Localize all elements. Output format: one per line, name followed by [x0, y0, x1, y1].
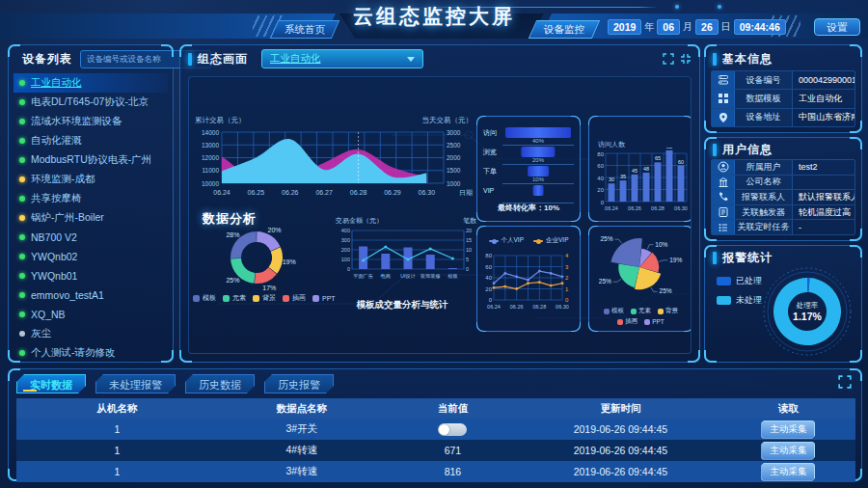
- collect-button[interactable]: 主动采集: [761, 463, 815, 481]
- svg-text:60: 60: [678, 159, 684, 165]
- trend-left-axis-label: 累计交易（元）: [195, 116, 246, 125]
- legend-item[interactable]: 背景: [253, 293, 276, 303]
- device-list-item[interactable]: YWQnb02: [14, 247, 168, 266]
- bottom-tab[interactable]: 历史数据: [185, 374, 255, 393]
- bottom-tab[interactable]: 历史报警: [264, 374, 334, 393]
- current-value-text: 816: [445, 466, 462, 477]
- device-list-item[interactable]: 灰尘: [14, 324, 168, 343]
- cell-current-value: [386, 419, 520, 440]
- header-slave-name: 从机名称: [16, 398, 218, 419]
- bottom-tab[interactable]: 实时数据: [16, 374, 86, 393]
- device-list: 工业自动化 电表DL/T645-07协议-北京 流域水环境监测设备 自动化灌溉: [9, 72, 173, 364]
- legend-item[interactable]: 背景: [658, 307, 678, 315]
- bottom-data-panel: 实时数据 未处理报警 历史数据 历史报警 从机名称 数据点名称 当前值 更新时间…: [8, 368, 862, 481]
- svg-text:40: 40: [485, 275, 492, 281]
- bottom-tab[interactable]: 未处理报警: [95, 374, 176, 393]
- legend-item[interactable]: 元素: [631, 307, 651, 315]
- trade-trend-chart: 累计交易（元） 当天交易（元） 100001100012000130001400…: [193, 116, 475, 212]
- device-list-item[interactable]: 环境监测-成都: [14, 170, 168, 189]
- settings-button[interactable]: 设置: [814, 18, 860, 36]
- info-label: 设备编号: [735, 71, 793, 89]
- svg-text:0: 0: [466, 266, 469, 272]
- table-header-row: 从机名称 数据点名称 当前值 更新时间 读取: [16, 398, 855, 419]
- legend-item[interactable]: 个人VIP: [489, 236, 524, 245]
- vip-lines-plot: 0204060800123406.2406.2606.2806.30: [479, 248, 580, 327]
- device-list-item[interactable]: 流域水环境监测设备: [14, 112, 168, 131]
- svg-text:200: 200: [341, 247, 350, 253]
- info-row: 公司名称: [712, 175, 854, 190]
- month-field[interactable]: 06: [657, 19, 680, 35]
- fullscreen-icon[interactable]: [838, 375, 852, 389]
- svg-text:UI设计: UI设计: [400, 273, 416, 279]
- info-row: 报警联系人 默认报警联系人: [712, 189, 854, 204]
- panel-accent-bar: [713, 252, 717, 264]
- legend-item[interactable]: PPT: [644, 317, 665, 326]
- tab-device-monitor[interactable]: 设备监控: [529, 20, 600, 39]
- device-list-item[interactable]: YWQnb01: [14, 266, 168, 285]
- header-point-name: 数据点名称: [218, 398, 386, 419]
- tab-system-home[interactable]: 系统首页: [270, 20, 339, 39]
- basic-info-title: 基本信息: [722, 51, 773, 68]
- day-field[interactable]: 26: [695, 19, 719, 35]
- alarm-legend-item[interactable]: 已处理: [717, 275, 762, 287]
- device-list-item[interactable]: XQ_NB: [14, 305, 168, 324]
- legend-item[interactable]: 插画: [283, 293, 306, 303]
- screen-select-dropdown[interactable]: 工业自动化: [261, 49, 423, 68]
- device-label: 共享按摩椅: [31, 192, 82, 205]
- legend-item[interactable]: 元素: [223, 293, 246, 303]
- svg-text:30: 30: [609, 176, 614, 182]
- svg-text:模板: 模板: [448, 273, 457, 279]
- device-list-item[interactable]: 自动化灌溉: [14, 131, 168, 150]
- time-field[interactable]: 09:44:46: [734, 19, 786, 35]
- legend-item[interactable]: 模板: [604, 307, 624, 315]
- svg-text:20: 20: [485, 286, 492, 292]
- device-list-item[interactable]: 锅炉-广州-Boiler: [14, 208, 168, 228]
- year-field[interactable]: 2019: [608, 19, 641, 35]
- svg-text:60: 60: [597, 163, 604, 169]
- device-status-dot: [19, 138, 25, 144]
- trade-trend-plot: 1000011000120001300014000100015002000250…: [193, 127, 475, 208]
- alarm-legend-item[interactable]: 未处理: [717, 294, 762, 307]
- svg-text:19%: 19%: [669, 257, 682, 263]
- collect-button[interactable]: 主动采集: [761, 420, 815, 439]
- cell-slave-name: 1: [16, 461, 218, 482]
- cell-point-name: 3#转速: [218, 461, 386, 482]
- funnel-caption: 最终转化率：10%: [477, 203, 580, 213]
- svg-text:06.24: 06.24: [605, 205, 618, 211]
- legend-item[interactable]: 插画: [617, 317, 637, 326]
- exit-fullscreen-icon[interactable]: [680, 53, 692, 65]
- legend-item[interactable]: 企业VIP: [533, 236, 568, 245]
- cell-update-time: 2019-06-26 09:44:45: [520, 419, 721, 440]
- svg-text:12000: 12000: [202, 154, 219, 161]
- device-list-item[interactable]: ModbusRTU协议电表-广州: [14, 150, 168, 170]
- svg-text:80: 80: [485, 253, 492, 258]
- device-list-item[interactable]: emmovo_testA1: [14, 285, 168, 305]
- fullscreen-icon[interactable]: [663, 53, 674, 65]
- svg-text:10%: 10%: [655, 241, 667, 248]
- svg-text:400: 400: [341, 228, 350, 233]
- funnel-row: 下单10%: [483, 165, 574, 184]
- svg-text:25%: 25%: [226, 277, 239, 284]
- svg-text:日期: 日期: [459, 189, 473, 197]
- panel-accent-bar: [713, 144, 717, 156]
- toggle-switch[interactable]: [438, 423, 467, 436]
- svg-text:25%: 25%: [660, 287, 672, 294]
- svg-text:06.30: 06.30: [419, 189, 436, 196]
- device-status-dot: [19, 99, 25, 105]
- device-label: 电表DL/T645-07协议-北京: [31, 95, 149, 109]
- cell-read-action: 主动采集: [721, 440, 855, 461]
- header-read: 读取: [721, 398, 855, 419]
- collect-button[interactable]: 主动采集: [761, 442, 815, 460]
- device-list-item[interactable]: 个人测试-请勿修改: [14, 343, 168, 363]
- svg-text:06.24: 06.24: [213, 189, 231, 196]
- user-info-panel: 用户信息 所属用户 test2 公司名称: [704, 137, 862, 241]
- svg-text:10: 10: [466, 247, 472, 253]
- info-value: 0000429900012...: [793, 71, 854, 89]
- device-list-item[interactable]: NB700 V2: [14, 228, 168, 247]
- legend-item[interactable]: 模板: [193, 293, 216, 303]
- device-status-dot: [19, 119, 25, 124]
- device-list-item[interactable]: 共享按摩椅: [14, 189, 168, 208]
- device-list-item[interactable]: 工业自动化: [14, 73, 168, 93]
- info-label: 数据模板: [735, 90, 793, 107]
- device-list-item[interactable]: 电表DL/T645-07协议-北京: [14, 93, 168, 112]
